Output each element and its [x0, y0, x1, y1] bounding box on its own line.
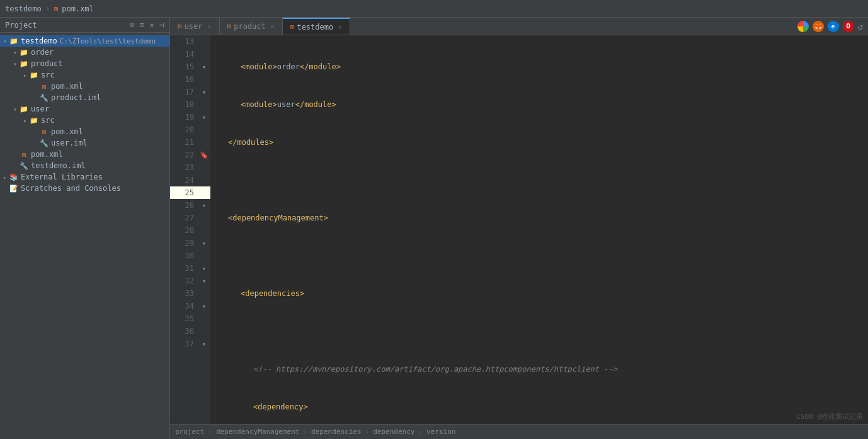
sidebar-icon-add[interactable]: ⊕: [130, 20, 135, 30]
maven-icon-product-pom: m: [39, 83, 49, 91]
line-num-29: 29: [170, 239, 198, 248]
tree-label-root-pom: pom.xml: [31, 150, 63, 159]
folder-icon-product-src: 📁: [29, 71, 39, 79]
tab-label-user: user: [185, 22, 203, 31]
line-num-14: 14: [170, 50, 198, 59]
line-num-22: 22: [170, 151, 198, 159]
tree-path-testdemo: C:\ZTools\test\testdemo: [60, 37, 156, 45]
code-line-20: [215, 325, 868, 338]
sidebar-item-user[interactable]: ▾ 📁 user: [0, 103, 169, 115]
iml-icon-user: 🔧: [39, 139, 49, 147]
line-num-21: 21: [170, 138, 198, 147]
breadcrumb-project: project: [175, 428, 204, 436]
arrow-product-src: ▸: [21, 72, 29, 79]
arrow-user-src: ▸: [21, 117, 29, 124]
code-line-21: <!-- https://mvnrepository.com/artifact/…: [215, 363, 868, 375]
sidebar-item-testdemo-iml[interactable]: ▸ 🔧 testdemo.iml: [0, 160, 169, 171]
tree-label-testdemo-iml: testdemo.iml: [31, 161, 86, 170]
code-line-16: [215, 174, 868, 186]
folder-icon-testdemo: 📁: [9, 37, 19, 45]
line-num-33: 33: [170, 289, 198, 298]
breadcrumb-dep-mgmt: dependencyManagement: [216, 428, 299, 436]
sidebar-item-user-src[interactable]: ▸ 📁 src: [0, 115, 169, 126]
gutter-fold-29[interactable]: ▾: [198, 239, 210, 248]
iml-icon-product: 🔧: [39, 94, 49, 102]
line-num-28: 28: [170, 226, 198, 235]
refresh-icon[interactable]: ↺: [858, 21, 863, 31]
opera-icon[interactable]: O: [843, 21, 854, 32]
line-num-25: 25: [170, 188, 198, 197]
gutter-fold-34[interactable]: ▾: [198, 302, 210, 311]
folder-icon-order: 📁: [19, 48, 29, 57]
tree-label-user: user: [31, 105, 49, 113]
edge-icon[interactable]: e: [828, 21, 839, 32]
tab-product[interactable]: m product ✕: [220, 18, 283, 35]
iml-icon-testdemo: 🔧: [19, 162, 29, 170]
breadcrumb-dependencies: dependencies: [311, 428, 361, 436]
gutter-fold-26[interactable]: ▾: [198, 202, 210, 210]
tabs-row: m user ✕ m product ✕ m testdemo ✕ 🦊 e O …: [170, 18, 868, 35]
line-num-13: 13: [170, 37, 198, 46]
line-num-34: 34: [170, 302, 198, 311]
firefox-icon[interactable]: 🦊: [813, 21, 824, 32]
sidebar-icon-collapse[interactable]: ⊣: [159, 20, 164, 30]
gutter-fold-37[interactable]: ▾: [198, 340, 210, 348]
breadcrumb-arrow-1: ›: [208, 428, 212, 436]
breadcrumb-arrow-3: ›: [365, 428, 370, 436]
sidebar-item-product[interactable]: ▾ 📁 product: [0, 58, 169, 69]
code-line-15: </modules>: [215, 136, 868, 149]
line-num-37: 37: [170, 339, 198, 348]
sidebar-icon-gear[interactable]: ✶: [149, 20, 154, 30]
code-line-17: <dependencyManagement>: [215, 212, 868, 224]
title-file: pom.xml: [62, 4, 94, 13]
scratch-icon: 📝: [9, 185, 19, 193]
tab-close-testdemo[interactable]: ✕: [338, 23, 342, 30]
tab-label-testdemo: testdemo: [297, 23, 333, 31]
gutter-bookmark-22[interactable]: 🔖: [198, 151, 210, 159]
title-project: testdemo: [5, 4, 42, 13]
sidebar-title: Project: [5, 21, 127, 30]
maven-icon-user-pom: m: [39, 128, 49, 136]
sidebar-item-user-iml[interactable]: ▸ 🔧 user.iml: [0, 137, 169, 149]
sidebar-tree: ▾ 📁 testdemo C:\ZTools\test\testdemo ▾ 📁…: [0, 33, 169, 439]
sidebar-item-root-pom[interactable]: ▸ m pom.xml: [0, 149, 169, 160]
tree-label-product-src: src: [41, 71, 55, 79]
gutter-fold-32[interactable]: ▾: [198, 277, 210, 285]
sidebar-item-user-pom[interactable]: ▸ m pom.xml: [0, 126, 169, 137]
sidebar-icon-sync[interactable]: ≡: [140, 20, 145, 30]
sidebar-item-product-iml[interactable]: ▸ 🔧 product.iml: [0, 92, 169, 103]
editor-area: m user ✕ m product ✕ m testdemo ✕ 🦊 e O …: [170, 18, 868, 439]
line-num-26: 26: [170, 201, 198, 210]
tree-label-user-pom: pom.xml: [51, 127, 83, 136]
sidebar-item-product-pom[interactable]: ▸ m pom.xml: [0, 81, 169, 92]
line-num-23: 23: [170, 163, 198, 172]
gutter-fold-17[interactable]: ▾: [198, 88, 210, 96]
watermark: CSDN @性能测试记录: [796, 412, 863, 421]
tab-user[interactable]: m user ✕: [170, 18, 220, 35]
tree-label-ext-libs: External Libraries: [21, 173, 103, 181]
line-num-24: 24: [170, 176, 198, 185]
code-line-22: <dependency>: [215, 401, 868, 413]
gutter-fold-19[interactable]: ▾: [198, 113, 210, 122]
sidebar-item-order[interactable]: ▾ 📁 order: [0, 47, 169, 58]
tab-close-product[interactable]: ✕: [271, 23, 275, 30]
code-line-14: <module>user</module>: [215, 98, 868, 111]
sidebar-item-product-src[interactable]: ▸ 📁 src: [0, 69, 169, 81]
code-view[interactable]: 13 14 15▾ 16 17▾ 18 19▾ 20 21 22🔖 23 24 …: [170, 35, 868, 424]
tab-testdemo[interactable]: m testdemo ✕: [283, 18, 350, 35]
line-num-16: 16: [170, 75, 198, 84]
sidebar-item-testdemo[interactable]: ▾ 📁 testdemo C:\ZTools\test\testdemo: [0, 35, 169, 47]
gutter-fold-31[interactable]: ▾: [198, 265, 210, 273]
code-content-area[interactable]: <module>order</module> <module>user</mod…: [210, 35, 868, 424]
gutter-fold-15[interactable]: ▾: [198, 63, 210, 71]
maven-icon-root-pom: m: [19, 151, 29, 159]
sidebar-item-ext-libs[interactable]: ▸ 📚 External Libraries: [0, 171, 169, 183]
sidebar-item-scratches[interactable]: ▸ 📝 Scratches and Consoles: [0, 183, 169, 194]
tree-label-product-pom: pom.xml: [51, 82, 83, 91]
lib-icon: 📚: [9, 173, 19, 181]
code-line-19: <dependencies>: [215, 287, 868, 300]
tree-label-user-src: src: [41, 116, 55, 125]
tab-close-user[interactable]: ✕: [208, 23, 212, 30]
line-num-19: 19: [170, 113, 198, 122]
chrome-icon[interactable]: [797, 21, 809, 32]
